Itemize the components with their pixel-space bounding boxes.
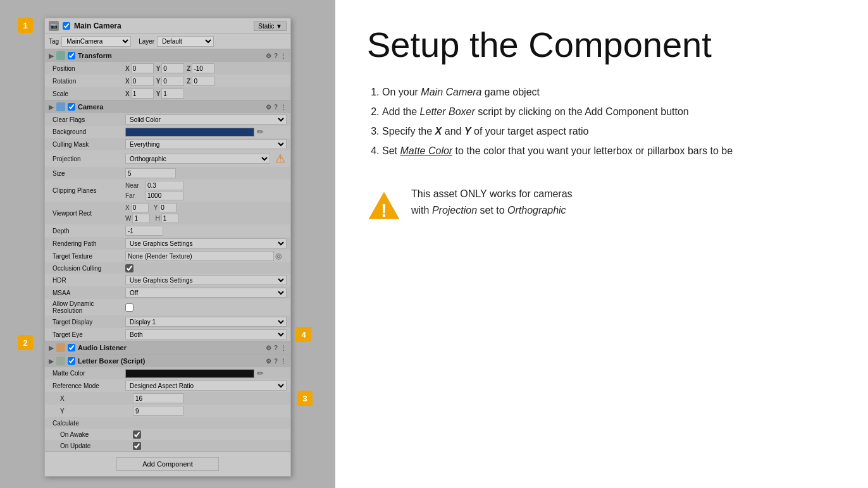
- tag-select[interactable]: MainCamera: [61, 36, 131, 47]
- target-texture-input[interactable]: [125, 251, 274, 261]
- letter-boxer-help-icon[interactable]: ?: [274, 358, 278, 365]
- target-display-select[interactable]: Display 1: [125, 317, 287, 327]
- clear-flags-select[interactable]: Solid Color: [125, 114, 287, 125]
- scale-y-input[interactable]: [161, 88, 184, 99]
- target-eye-select[interactable]: Both: [125, 329, 287, 339]
- svg-text:!: !: [381, 200, 387, 221]
- audio-listener-settings-icon[interactable]: ⚙: [266, 345, 271, 351]
- target-texture-label: Target Texture: [53, 253, 125, 260]
- camera-settings-icon[interactable]: ⚙: [266, 104, 271, 111]
- add-component-button[interactable]: Add Component: [116, 457, 219, 471]
- calculate-row: Calculate: [45, 417, 290, 429]
- near-input[interactable]: [146, 181, 183, 190]
- vp-y-input[interactable]: [159, 203, 177, 212]
- pos-y-input[interactable]: [161, 63, 184, 73]
- transform-component: ▶ Transform ⚙ ? ⋮ Position X Y Z: [45, 49, 290, 101]
- letter-boxer-active-checkbox[interactable]: [68, 357, 75, 365]
- transform-settings-icon[interactable]: ⚙: [266, 52, 271, 59]
- object-active-checkbox[interactable]: [63, 22, 70, 30]
- badge-1: 1: [18, 18, 33, 33]
- depth-input[interactable]: [125, 226, 163, 236]
- on-update-row: On Update: [45, 440, 290, 451]
- transform-icon: [56, 51, 65, 60]
- transform-active-checkbox[interactable]: [68, 52, 75, 59]
- background-edit-icon[interactable]: ✏: [257, 127, 264, 137]
- msaa-select[interactable]: Off: [125, 288, 287, 298]
- rotation-xyz: X Y Z: [125, 76, 287, 86]
- x-row: X: [45, 392, 290, 405]
- rot-y-input[interactable]: [161, 76, 184, 86]
- audio-listener-menu-icon[interactable]: ⋮: [280, 345, 287, 351]
- transform-help-icon[interactable]: ?: [274, 52, 278, 59]
- pos-z-input[interactable]: [192, 63, 214, 73]
- pos-x-input[interactable]: [131, 63, 154, 73]
- calculate-label: Calculate: [53, 420, 125, 427]
- step-3: Specify the X and Y of your target aspec…: [382, 123, 836, 140]
- viewport-rect-label: Viewport Rect: [53, 210, 125, 217]
- clipping-planes-row: Clipping Planes Near Far: [45, 180, 290, 202]
- projection-select[interactable]: Orthographic: [125, 154, 270, 164]
- audio-listener-header: ▶ Audio Listener ⚙ ? ⋮: [45, 341, 290, 354]
- matte-color-swatch[interactable]: [125, 369, 254, 378]
- audio-listener-label: Audio Listener: [78, 344, 127, 351]
- rendering-path-select[interactable]: Use Graphics Settings: [125, 238, 287, 248]
- camera-component: ▶ Camera ⚙ ? ⋮ Clear Flags Solid Color B: [45, 101, 290, 341]
- letter-boxer-menu-icon[interactable]: ⋮: [280, 358, 287, 365]
- camera-help-icon[interactable]: ?: [274, 104, 278, 111]
- rot-x-input[interactable]: [131, 76, 154, 86]
- y-input[interactable]: [133, 406, 183, 416]
- camera-label: Camera: [78, 103, 103, 111]
- hdr-row: HDR Use Graphics Settings: [45, 274, 290, 286]
- reference-mode-row: Reference Mode Designed Aspect Ratio: [45, 379, 290, 392]
- transform-menu-icon[interactable]: ⋮: [280, 52, 287, 59]
- scale-label: Scale: [53, 90, 125, 97]
- letter-boxer-header: ▶ Letter Boxer (Script) ⚙ ? ⋮: [45, 355, 290, 367]
- layer-label: Layer: [139, 38, 154, 45]
- x-input[interactable]: [133, 393, 183, 403]
- audio-listener-active-checkbox[interactable]: [68, 344, 75, 351]
- object-name: Main Camera: [74, 21, 250, 30]
- occlusion-culling-checkbox[interactable]: [125, 264, 133, 272]
- occlusion-culling-label: Occlusion Culling: [53, 265, 125, 272]
- x-label: X: [60, 395, 133, 402]
- letter-boxer-settings-icon[interactable]: ⚙: [266, 358, 271, 365]
- on-awake-label: On Awake: [60, 431, 133, 438]
- size-input[interactable]: [125, 168, 176, 178]
- vp-w-input[interactable]: [132, 214, 150, 223]
- culling-mask-row: Culling Mask Everything: [45, 138, 290, 150]
- projection-warning-icon: ⚠: [275, 152, 285, 166]
- viewport-group: X Y W H: [125, 203, 287, 223]
- far-input[interactable]: [146, 191, 183, 200]
- warning-triangle-icon: !: [367, 188, 401, 223]
- scale-x-input[interactable]: [131, 88, 154, 99]
- hdr-select[interactable]: Use Graphics Settings: [125, 275, 287, 285]
- scale-xyz: X Y Z: [125, 88, 287, 99]
- letter-boxer-icon: [56, 357, 65, 365]
- rotation-label: Rotation: [53, 78, 125, 85]
- vp-h-input[interactable]: [161, 214, 179, 223]
- camera-menu-icon[interactable]: ⋮: [280, 104, 287, 111]
- camera-header: ▶ Camera ⚙ ? ⋮: [45, 101, 290, 113]
- layer-select[interactable]: Default: [157, 36, 214, 47]
- rot-z-input[interactable]: [192, 76, 214, 86]
- background-row: Background ✏: [45, 126, 290, 138]
- matte-color-edit-icon[interactable]: ✏: [257, 369, 264, 378]
- instructions: On your Main Camera game object Add the …: [367, 83, 836, 162]
- background-color-swatch[interactable]: [125, 128, 254, 137]
- target-eye-row: Target Eye Both: [45, 328, 290, 341]
- camera-active-checkbox[interactable]: [68, 103, 75, 111]
- camera-icon: [56, 102, 65, 111]
- culling-mask-select[interactable]: Everything: [125, 139, 287, 149]
- background-label: Background: [53, 128, 125, 135]
- target-texture-row: Target Texture ◎: [45, 250, 290, 262]
- on-update-checkbox[interactable]: [133, 442, 141, 450]
- static-button[interactable]: Static ▼: [254, 21, 287, 31]
- audio-listener-help-icon[interactable]: ?: [274, 345, 278, 351]
- reference-mode-select[interactable]: Designed Aspect Ratio: [125, 381, 287, 391]
- clipping-group: Near Far: [125, 181, 287, 200]
- target-texture-pick-icon[interactable]: ◎: [275, 252, 282, 260]
- on-awake-checkbox[interactable]: [133, 430, 141, 439]
- warning-text: This asset ONLY works for cameras with P…: [411, 186, 573, 218]
- allow-dynamic-checkbox[interactable]: [125, 303, 133, 312]
- vp-x-input[interactable]: [131, 203, 149, 212]
